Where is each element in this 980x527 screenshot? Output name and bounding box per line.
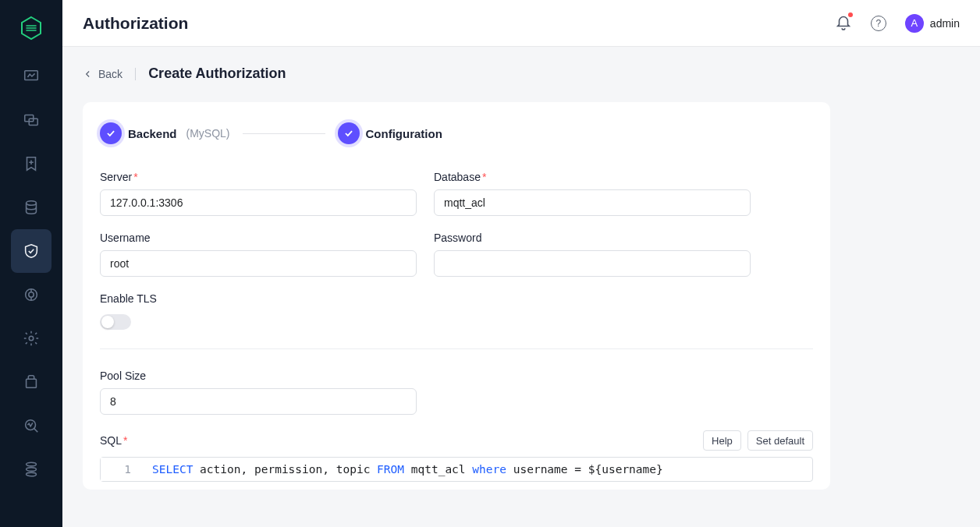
- gutter-line: 1: [101, 458, 144, 481]
- svg-point-8: [26, 420, 36, 430]
- svg-rect-7: [27, 379, 37, 387]
- username-input[interactable]: [100, 250, 417, 277]
- sql-content: SELECT action, permission, topic FROM mq…: [144, 458, 812, 481]
- user-menu[interactable]: A admin: [905, 14, 960, 33]
- help-button[interactable]: Help: [703, 430, 741, 451]
- nav-cluster-icon[interactable]: [11, 447, 51, 491]
- configuration-card: Backend (MySQL) Configuration Server*: [83, 102, 830, 490]
- username: admin: [930, 17, 960, 30]
- tls-toggle[interactable]: [100, 314, 131, 330]
- nav-monitor-icon[interactable]: [11, 55, 51, 98]
- step-configuration-label: Configuration: [366, 127, 442, 140]
- nav-clients-icon[interactable]: [11, 98, 51, 142]
- page-heading: Create Authorization: [148, 65, 286, 82]
- nav-authorization-icon[interactable]: [11, 229, 51, 273]
- server-label: Server*: [100, 171, 417, 183]
- nav-extensions-icon[interactable]: [11, 360, 51, 404]
- nav-settings-icon[interactable]: [11, 317, 51, 360]
- step-backend-label: Backend: [128, 127, 177, 140]
- app-logo[interactable]: [8, 9, 55, 47]
- svg-point-5: [29, 292, 34, 297]
- nav-topics-icon[interactable]: [11, 142, 51, 186]
- svg-point-11: [27, 472, 37, 476]
- svg-point-10: [27, 468, 37, 472]
- step-backend-sub: (MySQL): [186, 127, 230, 140]
- check-icon: [100, 122, 122, 144]
- nav-diagnose-icon[interactable]: [11, 404, 51, 447]
- page-title: Authorization: [83, 14, 188, 33]
- database-label: Database*: [434, 171, 751, 183]
- notifications-icon[interactable]: [835, 13, 852, 34]
- set-default-button[interactable]: Set default: [747, 430, 813, 451]
- sql-label: SQL*: [100, 434, 127, 447]
- app-header: Authorization ? A admin: [62, 0, 980, 47]
- nav-data-icon[interactable]: [11, 186, 51, 229]
- breadcrumb: Back Create Authorization: [83, 65, 960, 82]
- server-input[interactable]: [100, 189, 417, 216]
- svg-point-3: [27, 201, 37, 206]
- back-button[interactable]: Back: [83, 68, 136, 80]
- nav-rules-icon[interactable]: [11, 273, 51, 317]
- password-label: Password: [434, 232, 751, 244]
- help-icon[interactable]: ?: [871, 16, 886, 31]
- tls-label: Enable TLS: [100, 292, 417, 305]
- database-input[interactable]: [434, 189, 751, 216]
- step-configuration[interactable]: Configuration: [338, 122, 442, 144]
- avatar: A: [905, 14, 924, 33]
- username-label: Username: [100, 232, 417, 244]
- pool-size-input[interactable]: [100, 388, 417, 415]
- svg-point-9: [27, 462, 37, 466]
- check-icon: [338, 122, 360, 144]
- pool-size-label: Pool Size: [100, 370, 417, 382]
- sidebar: [0, 0, 62, 527]
- svg-point-6: [29, 336, 34, 341]
- password-input[interactable]: [434, 250, 751, 277]
- back-label: Back: [98, 68, 123, 80]
- step-indicator: Backend (MySQL) Configuration: [100, 122, 813, 144]
- step-backend[interactable]: Backend (MySQL): [100, 122, 230, 144]
- sql-editor[interactable]: 1 SELECT action, permission, topic FROM …: [100, 457, 813, 482]
